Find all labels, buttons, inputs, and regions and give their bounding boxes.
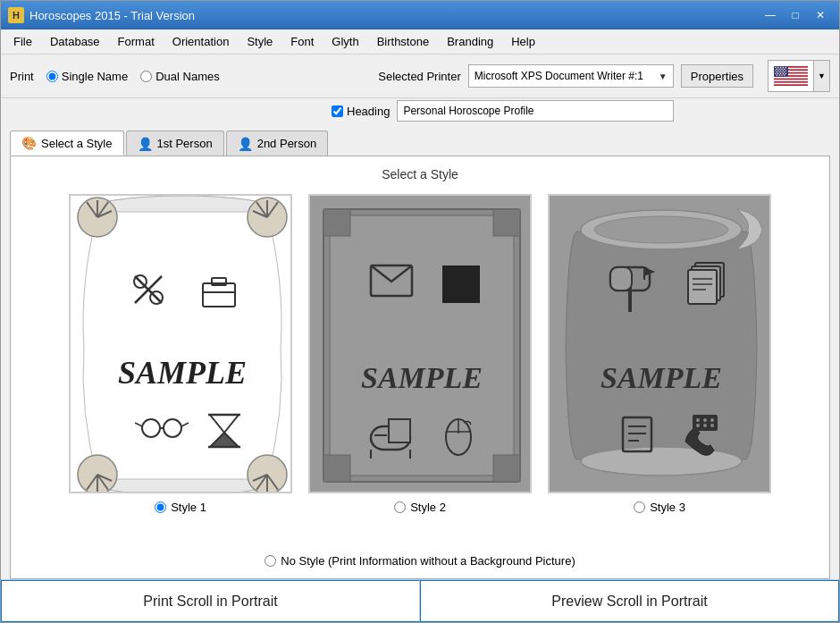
svg-point-96 — [581, 447, 742, 476]
svg-point-119 — [710, 424, 714, 427]
svg-point-17 — [775, 70, 776, 71]
style3-svg: SAMPLE — [550, 196, 771, 493]
svg-rect-78 — [323, 209, 350, 236]
close-button[interactable]: ✕ — [809, 6, 832, 24]
style2-item: SAMPLE — [308, 194, 532, 514]
svg-point-118 — [703, 424, 707, 427]
svg-text:SAMPLE: SAMPLE — [361, 361, 483, 394]
selected-printer-label: Selected Printer — [378, 70, 461, 83]
palette-icon: 🎨 — [21, 136, 37, 150]
single-name-radio[interactable]: Single Name — [46, 70, 128, 83]
svg-point-29 — [783, 73, 784, 74]
menu-format[interactable]: Format — [109, 31, 164, 52]
svg-point-27 — [777, 73, 778, 74]
window-controls: — □ ✕ — [759, 6, 832, 24]
menu-database[interactable]: Database — [41, 31, 109, 52]
svg-point-117 — [696, 424, 700, 427]
print-mode-group: Single Name Dual Names — [46, 70, 220, 83]
menu-help[interactable]: Help — [502, 31, 544, 52]
svg-point-30 — [785, 73, 786, 74]
svg-point-16 — [784, 69, 785, 70]
svg-point-8 — [775, 67, 776, 68]
svg-rect-80 — [323, 455, 350, 482]
person2-icon: 👤 — [238, 137, 253, 151]
style3-radio[interactable] — [634, 501, 645, 513]
styles-container: SAMPLE — [69, 194, 771, 551]
tab-1st-person[interactable]: 👤 1st Person — [126, 130, 224, 156]
tab-2nd-person-label: 2nd Person — [257, 137, 317, 150]
tab-select-style-label: Select a Style — [41, 137, 113, 150]
style3-item: SAMPLE — [548, 194, 771, 514]
dual-names-radio[interactable]: Dual Names — [140, 70, 220, 83]
svg-rect-86 — [389, 419, 410, 442]
style3-radio-label[interactable]: Style 3 — [634, 501, 685, 514]
svg-point-115 — [703, 418, 707, 422]
printer-dropdown[interactable]: Microsoft XPS Document Writer #:1 ▼ — [468, 64, 674, 88]
style1-radio-label[interactable]: Style 1 — [155, 501, 206, 514]
style1-radio[interactable] — [155, 501, 166, 513]
svg-point-114 — [696, 418, 700, 422]
heading-checkbox-label[interactable]: Heading — [332, 105, 390, 118]
flag-section: ▼ — [768, 60, 830, 92]
svg-point-26 — [775, 73, 776, 74]
tab-select-style[interactable]: 🎨 Select a Style — [10, 130, 124, 156]
window-title: Horoscopes 2015 - Trial Version — [29, 9, 759, 22]
style2-radio[interactable] — [394, 501, 406, 513]
svg-rect-5 — [774, 80, 808, 81]
svg-point-23 — [779, 72, 780, 72]
print-scroll-button[interactable]: Print Scroll in Portrait — [1, 580, 420, 622]
preview-scroll-button[interactable]: Preview Scroll in Portrait — [420, 580, 839, 622]
flag-dropdown-button[interactable]: ▼ — [814, 60, 830, 92]
app-window: H Horoscopes 2015 - Trial Version — □ ✕ … — [0, 0, 840, 623]
svg-point-11 — [783, 67, 784, 68]
menu-orientation[interactable]: Orientation — [164, 31, 239, 52]
print-label: Print — [10, 70, 34, 83]
tabs: 🎨 Select a Style 👤 1st Person 👤 2nd Pers… — [1, 127, 839, 156]
svg-rect-83 — [442, 265, 480, 303]
no-style-radio[interactable] — [265, 555, 276, 567]
select-style-heading: Select a Style — [382, 167, 458, 181]
svg-point-34 — [784, 74, 785, 75]
flag-button[interactable] — [768, 60, 814, 92]
heading-input[interactable] — [397, 100, 674, 122]
menu-branding[interactable]: Branding — [438, 31, 502, 52]
style2-radio-label[interactable]: Style 2 — [394, 501, 446, 514]
svg-rect-104 — [688, 270, 717, 304]
app-icon: H — [8, 7, 24, 23]
style1-item: SAMPLE — [69, 194, 292, 514]
no-style-radio-label[interactable]: No Style (Print Information without a Ba… — [265, 554, 575, 568]
dropdown-arrow-icon: ▼ — [659, 72, 668, 81]
menu-glyth[interactable]: Glyth — [323, 31, 367, 52]
svg-point-25 — [784, 72, 785, 72]
svg-rect-79 — [493, 209, 520, 236]
svg-point-33 — [781, 74, 782, 75]
svg-point-116 — [710, 418, 714, 422]
printer-section: Selected Printer Microsoft XPS Document … — [378, 60, 830, 92]
minimize-button[interactable]: — — [759, 6, 782, 24]
svg-point-19 — [780, 70, 781, 71]
svg-point-20 — [783, 70, 784, 71]
menu-font[interactable]: Font — [281, 31, 323, 52]
heading-row: Heading — [1, 98, 839, 127]
svg-point-22 — [777, 72, 777, 72]
svg-point-18 — [777, 70, 778, 71]
svg-point-21 — [785, 70, 786, 71]
person1-icon: 👤 — [138, 137, 153, 151]
svg-text:SAMPLE: SAMPLE — [601, 361, 722, 394]
svg-point-32 — [779, 74, 780, 75]
tab-2nd-person[interactable]: 👤 2nd Person — [226, 130, 329, 156]
titlebar: H Horoscopes 2015 - Trial Version — □ ✕ — [1, 1, 839, 29]
svg-text:SAMPLE: SAMPLE — [118, 355, 247, 391]
svg-point-14 — [779, 69, 780, 70]
menubar: File Database Format Orientation Style F… — [1, 29, 839, 55]
heading-checkbox[interactable] — [332, 105, 343, 117]
menu-file[interactable]: File — [4, 31, 41, 52]
svg-rect-6 — [774, 83, 808, 85]
menu-birthstone[interactable]: Birthstone — [368, 31, 439, 52]
svg-point-10 — [780, 67, 781, 68]
properties-button[interactable]: Properties — [681, 64, 753, 88]
us-flag-icon — [774, 66, 808, 86]
menu-style[interactable]: Style — [238, 31, 281, 52]
svg-point-28 — [780, 73, 781, 74]
maximize-button[interactable]: □ — [784, 6, 807, 24]
